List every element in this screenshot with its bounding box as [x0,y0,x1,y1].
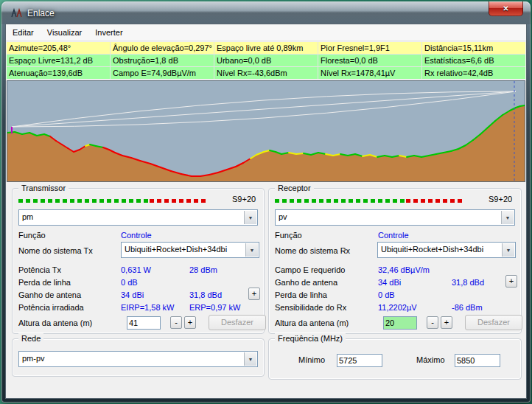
tx-power-watts: 0,631 W [121,264,151,276]
tx-signal-meter-red [150,199,206,203]
transmitter-group-title: Transmissor [18,183,69,193]
tx-line-loss-row: Perda de linha 0 dB [18,276,261,288]
window-title: Enlace [27,8,55,18]
chevron-down-icon[interactable]: ▼ [502,243,514,257]
frequency-max-input[interactable] [455,354,500,367]
frequency-min-label: Mínimo [298,355,325,364]
chevron-down-icon[interactable]: ▼ [245,243,258,257]
network-select[interactable]: pm-pv ▼ [18,351,258,367]
info-rx-level-dbm: Nível Rx=-43,6dBm [214,67,318,79]
tx-antenna-gain-row: Ganho de antena 34 dBi 31,8 dBd [18,289,261,301]
info-forest: Floresta=0,0 dB [318,55,421,66]
rx-gain-plus-button[interactable]: + [505,275,517,288]
rx-required-field-label: Campo E requerido [275,265,345,274]
tx-height-plus-button[interactable]: + [184,316,196,329]
menu-editar[interactable]: Editar [6,24,41,41]
info-rx-relative: Rx relativo=42,4dB [422,67,525,79]
rx-height-plus-button[interactable]: + [441,316,452,329]
tx-power-label: Potência Tx [18,265,61,274]
info-free-space-range: Espaço livre até 0,89km [214,42,318,54]
terrain-profile-chart[interactable] [7,80,525,182]
rx-undo-button[interactable]: Desfazer [465,315,522,330]
tx-radiated-power-label: Potência irradiada [18,303,84,312]
tx-height-minus-button[interactable]: - [170,316,182,329]
tx-antenna-height-label: Altura da antena (m) [18,318,92,327]
tx-radiated-power-row: Potência irradiada EIRP=1,58 kW ERP=0,97… [18,302,261,313]
menu-inverter[interactable]: Inverter [88,24,129,41]
rx-control-link[interactable]: Controle [378,229,409,241]
tx-signal-meter-green [18,199,150,203]
tx-antenna-height-input[interactable] [127,316,161,330]
tx-unit-select[interactable]: pm ▼ [18,209,258,226]
rx-line-loss-value: 0 dB [378,289,395,301]
rx-height-minus-button[interactable]: - [427,316,438,329]
rx-line-loss-label: Perda de linha [275,290,327,299]
receiver-group-title: Receptor [275,183,314,193]
chevron-down-icon[interactable]: ▼ [244,352,256,366]
rx-antenna-gain-dbd: 31,8 dBd [452,276,484,288]
tx-line-loss-value: 0 dB [121,276,138,288]
menu-visualizar[interactable]: Visualizar [41,24,89,41]
rx-sensitivity-label: Sensibilidade do Rx [275,303,346,312]
tx-system-select[interactable]: Ubiquiti+Rocket+Dish+34dbi ▼ [121,242,259,258]
rx-role-label: Função [275,231,302,240]
rx-unit-value: pv [279,210,287,223]
info-rx-level-uv: Nível Rx=1478,41µV [318,67,421,79]
tx-antenna-gain-label: Ganho de antena [18,290,81,299]
tx-role-label: Função [18,231,46,240]
close-icon: ✕ [503,4,508,13]
rx-required-field-row: Campo E requerido 32,46 dBµV/m [275,264,518,276]
tx-system-value: Ubiquiti+Rocket+Dish+34dbi [125,243,227,256]
rx-system-value: Ubiquiti+Rocket+Dish+34dbi [381,243,483,256]
transmitter-group: Transmissor S9+20 pm ▼ Função Controle N… [12,188,265,334]
rx-signal-meter-green [275,199,406,203]
network-group: Rede pm-pv ▼ [12,338,265,377]
rx-antenna-height-row: Altura da antena (m) - + Desfazer [275,317,518,329]
rx-role-row: Função Controle [275,229,518,241]
rx-signal-meter-red [406,199,462,203]
tx-antenna-gain-dbi: 34 dBi [121,289,144,301]
tx-antenna-gain-dbd: 31,8 dBd [189,289,222,301]
info-attenuation: Atenuação=139,6dB [7,67,110,79]
rx-signal-meter [275,199,462,203]
chevron-down-icon[interactable]: ▼ [501,211,514,224]
tx-control-link[interactable]: Controle [121,229,152,241]
tx-role-row: Função Controle [18,229,261,241]
tx-unit-value: pm [22,210,33,223]
tx-undo-button[interactable]: Desfazer [209,315,266,330]
frequency-min-input[interactable] [337,354,382,367]
tx-line-loss-label: Perda de linha [18,278,71,287]
rx-signal-label: S9+20 [489,195,512,203]
rx-sensitivity-dbm: -86 dBm [452,302,483,313]
titlebar[interactable]: Enlace ✕ [1,1,531,24]
chevron-down-icon[interactable]: ▼ [244,211,256,224]
info-azimuth: Azimute=205,48° [7,42,110,54]
tx-power-row: Potência Tx 0,631 W 28 dBm [18,264,261,276]
rx-antenna-gain-dbi: 34 dBi [378,276,401,288]
tx-gain-plus-button[interactable]: + [248,288,260,300]
tx-power-dbm: 28 dBm [189,264,217,276]
app-icon [10,7,23,18]
info-free-space-loss: Espaço Livre=131,2 dB [7,55,110,66]
network-value: pm-pv [22,352,45,365]
rx-antenna-height-input[interactable] [383,316,417,330]
rx-system-label: Nome do sistema Rx [275,246,350,255]
rx-unit-select[interactable]: pv ▼ [275,209,515,226]
terrain-profile-svg [7,81,525,181]
tx-antenna-height-row: Altura da antena (m) - + Desfazer [18,317,261,329]
tx-eirp-value: EIRP=1,58 kW [121,302,174,313]
window-frame: Enlace ✕ Editar Visualizar Inverter Azim… [1,1,531,403]
close-button[interactable]: ✕ [489,1,523,16]
rx-antenna-height-label: Altura da antena (m) [275,318,349,327]
rx-system-select[interactable]: Ubiquiti+Rocket+Dish+34dbi ▼ [377,242,516,258]
desktop: Enlace ✕ Editar Visualizar Inverter Azim… [0,0,532,404]
rx-line-loss-row: Perda de linha 0 dB [275,289,518,301]
tx-erp-value: ERP=0,97 kW [189,302,240,313]
rx-antenna-gain-label: Ganho de antena [275,278,337,287]
rx-required-field-value: 32,46 dBµV/m [378,264,430,276]
tx-signal-label: S9+20 [232,195,256,203]
info-obstruction: Obstrução=1,8 dB [111,55,214,66]
rx-sensitivity-uv: 11,2202µV [378,302,417,313]
dialog-client-area: Editar Visualizar Inverter Azimute=205,4… [6,24,526,398]
info-field-strength: Campo E=74,9dBµV/m [111,67,214,79]
